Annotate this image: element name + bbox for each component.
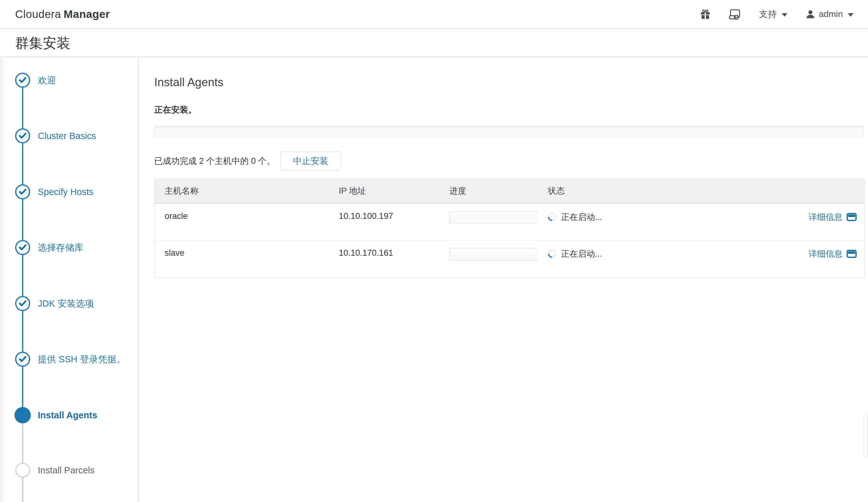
column-header-status: 状态 <box>538 179 865 203</box>
step-label: 提供 SSH 登录凭据。 <box>38 353 127 366</box>
step-label: 欢迎 <box>38 74 127 86</box>
completion-status-row: 已成功完成 2 个主机中的 0 个。 中止安装 <box>154 151 864 170</box>
page-title-bar: 群集安装 <box>0 30 868 57</box>
step-label: Cluster Basics <box>38 129 127 142</box>
wizard-sidebar: 欢迎 Cluster Basics Specify Hosts 选择存储库 JD… <box>0 58 139 502</box>
ip-address-cell: 10.10.100.197 <box>329 203 440 241</box>
spinner-icon <box>546 248 558 260</box>
check-icon <box>19 244 27 251</box>
gift-icon <box>700 9 711 20</box>
parcel-scroll-icon <box>729 9 741 20</box>
step-check-circle <box>15 73 30 88</box>
top-navbar: ClouderaManager 支持 <box>0 0 868 29</box>
table-row: oracle 10.10.100.197 正在启动... 详细信息 <box>155 203 865 241</box>
window-icon[interactable] <box>847 213 857 221</box>
app-logo[interactable]: ClouderaManager <box>15 8 110 20</box>
details-link[interactable]: 详细信息 <box>808 248 843 260</box>
brand-part1: Cloudera <box>15 8 61 20</box>
column-header-hostname: 主机名称 <box>155 179 329 203</box>
step-check-circle <box>15 352 30 367</box>
step-pending-circle <box>15 463 30 478</box>
table-header-row: 主机名称 IP 地址 进度 状态 <box>155 179 865 203</box>
wizard-track-pending <box>22 415 23 502</box>
parcels-menu[interactable] <box>729 9 741 20</box>
check-icon <box>19 77 27 83</box>
step-label: Install Agents <box>38 409 127 421</box>
scrollbar-thumb[interactable] <box>864 411 868 459</box>
step-check-circle <box>15 240 30 255</box>
host-name-cell: oracle <box>155 203 329 241</box>
check-icon <box>19 300 27 307</box>
check-icon <box>19 356 27 362</box>
step-label: JDK 安装选项 <box>38 297 127 310</box>
hosts-table: 主机名称 IP 地址 进度 状态 oracle 10.10.100.197 正在… <box>154 179 865 278</box>
caret-down-icon <box>848 13 854 17</box>
host-progress-bar <box>450 248 543 261</box>
table-row: slave 10.10.170.161 正在启动... 详细信息 <box>155 241 865 278</box>
host-status-text: 正在启动... <box>561 248 602 260</box>
whats-new-menu[interactable] <box>700 9 711 20</box>
user-icon <box>806 9 815 19</box>
host-progress-cell <box>440 241 538 278</box>
host-status-cell: 正在启动... 详细信息 <box>538 241 865 278</box>
step-label: 选择存储库 <box>38 241 127 254</box>
step-check-circle <box>15 296 30 311</box>
check-icon <box>19 133 27 139</box>
ip-address-cell: 10.10.170.161 <box>329 241 440 278</box>
host-status-text: 正在启动... <box>561 211 602 223</box>
caret-down-icon <box>782 13 787 17</box>
brand-part2: Manager <box>64 8 110 20</box>
step-check-circle <box>15 128 30 144</box>
step-label: Install Parcels <box>38 464 127 477</box>
host-name-cell: slave <box>155 241 329 278</box>
details-link[interactable]: 详细信息 <box>808 211 843 223</box>
step-current-circle <box>14 407 31 423</box>
navbar-right: 支持 admin <box>700 8 854 20</box>
abort-installation-button[interactable]: 中止安装 <box>281 151 341 170</box>
overall-progress-bar <box>154 126 864 138</box>
window-icon[interactable] <box>847 250 857 258</box>
installing-message: 正在安装。 <box>154 104 864 115</box>
step-label: Specify Hosts <box>38 186 127 198</box>
step-check-circle <box>15 184 30 199</box>
column-header-progress: 进度 <box>440 179 538 203</box>
host-progress-bar <box>450 211 543 224</box>
page-title: 群集安装 <box>15 34 71 53</box>
section-heading: Install Agents <box>154 75 864 89</box>
user-label: admin <box>819 9 843 19</box>
column-header-ip: IP 地址 <box>329 179 440 203</box>
support-menu[interactable]: 支持 <box>759 8 787 20</box>
host-status-cell: 正在启动... 详细信息 <box>538 203 865 241</box>
host-progress-cell <box>440 203 538 241</box>
check-icon <box>19 189 27 195</box>
spinner-icon <box>546 211 558 223</box>
main-content: Install Agents 正在安装。 已成功完成 2 个主机中的 0 个。 … <box>140 58 868 502</box>
user-menu[interactable]: admin <box>806 9 854 19</box>
completion-text: 已成功完成 2 个主机中的 0 个。 <box>154 155 275 167</box>
support-label: 支持 <box>759 8 777 20</box>
